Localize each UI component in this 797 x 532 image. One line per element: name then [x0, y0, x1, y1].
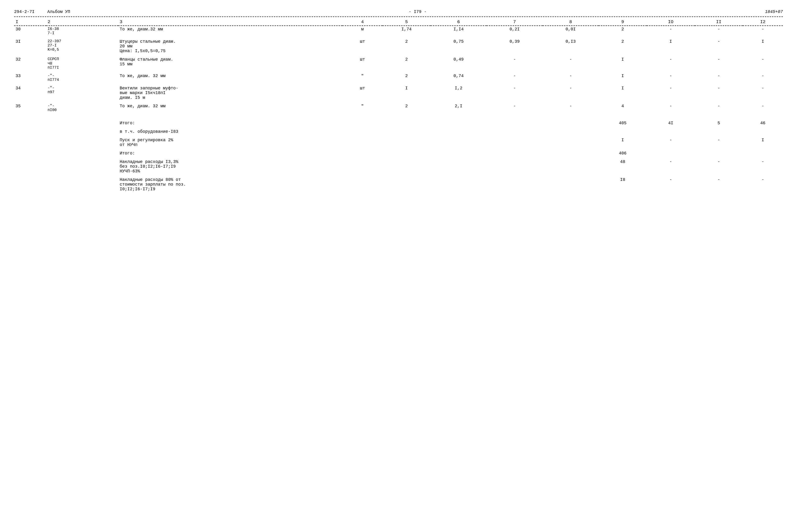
cell-1-1: 30 — [14, 26, 46, 36]
cell-6-7: - — [486, 103, 543, 113]
table-row: 33-"- пI774То же, диам. 32 мм"20,74--I--… — [14, 73, 783, 83]
col-header-9: 9 — [598, 18, 647, 26]
cell-2-4: шт — [342, 38, 383, 54]
cell-5-12: - — [743, 85, 783, 101]
cell-2-1: 3I — [14, 38, 46, 54]
cell-4-10: - — [647, 73, 695, 83]
cell-6-3: То же, диам. 32 мм — [118, 103, 342, 113]
cell-4-5: 2 — [383, 73, 431, 83]
spacer-row — [14, 101, 783, 103]
cell-5-5: I — [383, 85, 431, 101]
page-header: 294-2-7I Альбом УП - I79 - 1845+07 — [14, 10, 783, 14]
cell-2-7: 0,39 — [486, 38, 543, 54]
cell-5-1: 34 — [14, 85, 46, 101]
cell-1-10: - — [647, 26, 695, 36]
spacer-row — [14, 113, 783, 115]
col-header-11: II — [695, 18, 743, 26]
cell-5-6: I,2 — [431, 85, 487, 101]
summary-row: Итого:4054I546 — [14, 120, 783, 127]
cell-6-11: - — [695, 103, 743, 113]
cell-3-5: 2 — [383, 56, 431, 71]
summary-label-4: Накладные расходы I3,3% без поз.I0;I2;I6… — [118, 158, 598, 174]
cell-6-12: - — [743, 103, 783, 113]
cell-3-6: 0,49 — [431, 56, 487, 71]
cell-5-8: - — [543, 85, 599, 101]
table-row: 32ССРСП чШ пI77IФланцы стальные диам. 15… — [14, 56, 783, 71]
cell-4-4: " — [342, 73, 383, 83]
cell-6-10: - — [647, 103, 695, 113]
cell-1-11: - — [695, 26, 743, 36]
spacer-row — [14, 36, 783, 38]
table-row: 3I22-397 27-I K=0,5Штуцеры стальные диам… — [14, 38, 783, 54]
summary-row: Итого:406 — [14, 150, 783, 157]
summary-label-5: Накладные расходы 80% от стоимости зарпл… — [118, 176, 598, 192]
cell-1-5: I,74 — [383, 26, 431, 36]
summary-row: Накладные расходы I3,3% без поз.I0;I2;I6… — [14, 158, 783, 174]
summary-label-2: Пуск и регулировка 2% от НУЧп — [118, 137, 598, 148]
cell-4-1: 33 — [14, 73, 46, 83]
cell-4-8: - — [543, 73, 599, 83]
summary-label-0: Итого: — [118, 120, 598, 127]
summary-row: Накладные расходы 80% от стоимости зарпл… — [14, 176, 783, 192]
cell-1-7: 0,2I — [486, 26, 543, 36]
section-spacer — [14, 115, 783, 120]
col-header-12: I2 — [743, 18, 783, 26]
summary-label-1: в т.ч. оборудование-I83 — [118, 128, 598, 135]
top-divider — [14, 17, 783, 17]
cell-5-7: - — [486, 85, 543, 101]
cell-4-3: То же, диам. 32 мм — [118, 73, 342, 83]
cell-3-2: ССРСП чШ пI77I — [46, 56, 118, 71]
cell-3-9: I — [598, 56, 647, 71]
cell-2-8: 0,I3 — [543, 38, 599, 54]
cell-1-3: То же, диам.32 мм — [118, 26, 342, 36]
cell-6-8: - — [543, 103, 599, 113]
col-header-8: 8 — [543, 18, 599, 26]
cell-3-8: - — [543, 56, 599, 71]
cell-5-9: I — [598, 85, 647, 101]
cell-2-6: 0,75 — [431, 38, 487, 54]
cell-4-9: I — [598, 73, 647, 83]
cell-1-4: м — [342, 26, 383, 36]
cell-2-10: I — [647, 38, 695, 54]
spacer-row — [14, 54, 783, 56]
cell-6-6: 2,I — [431, 103, 487, 113]
table-row: 30I6-38 7-IТо же, диам.32 мммI,74I,I40,2… — [14, 26, 783, 36]
column-headers: I 2 3 4 5 6 7 8 9 IO II I2 — [14, 18, 783, 26]
cell-4-11: - — [695, 73, 743, 83]
cell-2-5: 2 — [383, 38, 431, 54]
doc-id: 1845+07 — [765, 10, 783, 14]
col-header-7: 7 — [486, 18, 543, 26]
cell-3-4: шт — [342, 56, 383, 71]
cell-3-3: Фланцы стальные диам. 15 мм — [118, 56, 342, 71]
col-header-3: 3 — [118, 18, 342, 26]
cell-6-9: 4 — [598, 103, 647, 113]
main-table: I 2 3 4 5 6 7 8 9 IO II I2 30I6-38 7-IТо… — [14, 18, 783, 194]
cell-6-4: " — [342, 103, 383, 113]
cell-1-9: 2 — [598, 26, 647, 36]
summary-row: Пуск и регулировка 2% от НУЧпI--I — [14, 137, 783, 148]
spacer-row — [14, 71, 783, 73]
cell-5-10: - — [647, 85, 695, 101]
cell-3-7: - — [486, 56, 543, 71]
cell-4-2: -"- пI774 — [46, 73, 118, 83]
cell-1-2: I6-38 7-I — [46, 26, 118, 36]
cell-1-12: - — [743, 26, 783, 36]
cell-4-6: 0,74 — [431, 73, 487, 83]
col-header-2: 2 — [46, 18, 118, 26]
col-header-4: 4 — [342, 18, 383, 26]
cell-3-12: - — [743, 56, 783, 71]
cell-2-11: - — [695, 38, 743, 54]
table-row: 35-"- пI00То же, диам. 32 мм"22,I--4--- — [14, 103, 783, 113]
cell-5-11: - — [695, 85, 743, 101]
cell-4-7: - — [486, 73, 543, 83]
spacer-row — [14, 83, 783, 85]
cell-5-2: -"- п97 — [46, 85, 118, 101]
cell-6-1: 35 — [14, 103, 46, 113]
cell-2-9: 2 — [598, 38, 647, 54]
cell-2-3: Штуцеры стальные диам. 20 мм Цена: I,5x0… — [118, 38, 342, 54]
summary-label-3: Итого: — [118, 150, 598, 157]
cell-4-12: - — [743, 73, 783, 83]
cell-2-2: 22-397 27-I K=0,5 — [46, 38, 118, 54]
col-header-10: IO — [647, 18, 695, 26]
table-row: 34-"- п97Вентили запорные муфто- вые мар… — [14, 85, 783, 101]
